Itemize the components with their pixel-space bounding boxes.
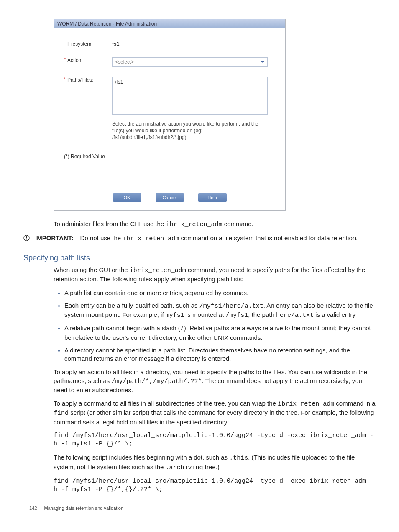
list-item: A path list can contain one or more entr…: [64, 289, 376, 297]
code-block-2: find /myfs1/here/usr_local_src/matplotli…: [54, 477, 376, 494]
dialog-title: WORM / Data Retention - File Administrat…: [54, 19, 285, 28]
list-item: Each entry can be a fully-qualified path…: [64, 301, 376, 320]
cancel-button[interactable]: Cancel: [156, 193, 184, 202]
section-heading: Specifying path lists: [23, 254, 376, 262]
required-note: (*) Required Value: [64, 154, 275, 159]
action-label: Action:: [67, 57, 83, 63]
filesystem-label: Filesystem:: [67, 41, 93, 47]
list-item: A directory cannot be specified in a pat…: [64, 346, 376, 363]
paragraph-2: To apply an action to all files in a dir…: [54, 368, 376, 394]
page-number: 142: [29, 506, 37, 511]
ok-button[interactable]: OK: [113, 193, 141, 202]
action-select-value: <select>: [115, 59, 134, 65]
important-note: IMPORTANT: Do not use the ibrix_reten_ad…: [23, 234, 376, 246]
code-block-1: find /myfs1/here/usr_local_src/matplotli…: [54, 432, 376, 449]
action-select[interactable]: <select>: [112, 57, 268, 67]
paths-input-value: /fs1: [115, 79, 123, 85]
help-button[interactable]: Help: [198, 193, 227, 202]
cli-intro: To administer files from the CLI, use th…: [54, 220, 376, 229]
paths-input[interactable]: /fs1: [112, 77, 268, 115]
footer-title: Managing data retention and validation: [44, 506, 123, 511]
paragraph-3: To apply a command to all files in all s…: [54, 399, 376, 427]
path-rules-list: A path list can contain one or more entr…: [54, 289, 376, 363]
paragraph-1: When using the GUI or the ibrix_reten_ad…: [54, 266, 376, 284]
chevron-down-icon: [261, 60, 265, 64]
required-marker: *: [64, 77, 66, 83]
svg-rect-2: [26, 239, 27, 240]
page-footer: 142 Managing data retention and validati…: [29, 506, 376, 511]
paragraph-4: The following script includes files begi…: [54, 453, 376, 472]
important-label: IMPORTANT:: [35, 234, 73, 242]
helper-text: Select the administrative action you wou…: [112, 121, 269, 141]
important-icon: [23, 234, 35, 242]
svg-rect-1: [26, 236, 27, 239]
file-admin-dialog: WORM / Data Retention - File Administrat…: [54, 19, 286, 211]
list-item: A relative path cannot begin with a slas…: [64, 324, 376, 342]
required-marker: *: [64, 57, 66, 63]
paths-label: Paths/Files:: [67, 77, 94, 83]
filesystem-value: fs1: [112, 41, 275, 47]
